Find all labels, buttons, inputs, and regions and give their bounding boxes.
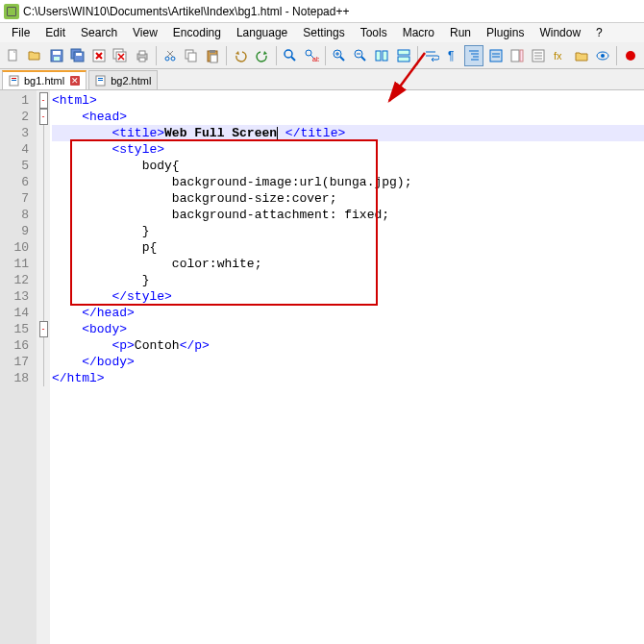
user-lang-button[interactable] xyxy=(485,45,505,66)
toolbar-separator xyxy=(616,46,617,65)
open-file-button[interactable] xyxy=(25,45,44,66)
file-icon xyxy=(95,75,107,87)
doc-map-button[interactable] xyxy=(508,45,527,66)
svg-rect-6 xyxy=(76,53,82,56)
menu-macro[interactable]: Macro xyxy=(395,24,442,41)
find-button[interactable] xyxy=(281,45,300,66)
replace-button[interactable]: ab xyxy=(302,45,321,66)
svg-rect-27 xyxy=(398,50,409,55)
tab-close-icon[interactable]: ✕ xyxy=(70,76,80,86)
svg-rect-12 xyxy=(139,58,145,62)
sync-vscroll-button[interactable] xyxy=(372,45,391,66)
close-file-button[interactable] xyxy=(89,45,109,66)
fold-toggle-icon[interactable]: - xyxy=(39,92,48,109)
menu-file[interactable]: File xyxy=(4,24,37,41)
svg-rect-31 xyxy=(511,50,519,62)
redo-button[interactable] xyxy=(252,45,271,66)
function-list-button[interactable]: fx xyxy=(550,45,569,66)
fold-toggle-icon[interactable]: - xyxy=(39,321,48,337)
save-button[interactable] xyxy=(46,45,65,66)
folder-workspace-button[interactable] xyxy=(571,45,590,66)
svg-rect-11 xyxy=(139,51,145,55)
svg-rect-25 xyxy=(376,51,381,61)
menu-settings[interactable]: Settings xyxy=(295,24,352,41)
menu-encoding[interactable]: Encoding xyxy=(165,24,229,41)
indent-guide-button[interactable] xyxy=(464,45,483,66)
svg-rect-2 xyxy=(53,51,61,55)
svg-text:¶: ¶ xyxy=(448,49,454,62)
svg-point-20 xyxy=(285,50,292,58)
svg-point-13 xyxy=(165,57,169,61)
titlebar: C:\Users\WIN10\Documents\Artikel\Index\b… xyxy=(0,0,644,23)
tabbar: bg1.html ✕ bg2.html xyxy=(0,69,644,90)
svg-rect-19 xyxy=(211,55,217,62)
cut-button[interactable] xyxy=(161,45,180,66)
print-button[interactable] xyxy=(132,45,151,66)
svg-rect-18 xyxy=(210,50,215,53)
svg-rect-26 xyxy=(383,51,387,61)
svg-point-37 xyxy=(626,51,635,61)
close-all-button[interactable] xyxy=(111,45,130,66)
show-all-chars-button[interactable]: ¶ xyxy=(443,45,462,66)
zoom-out-button[interactable] xyxy=(351,45,370,66)
copy-button[interactable] xyxy=(182,45,201,66)
menu-search[interactable]: Search xyxy=(73,24,125,41)
code-area[interactable]: <html> <head> <title>Web Full Screen </t… xyxy=(50,90,644,644)
menu-edit[interactable]: Edit xyxy=(37,24,73,41)
monitoring-button[interactable] xyxy=(593,45,612,66)
paste-button[interactable] xyxy=(203,45,222,66)
zoom-in-button[interactable] xyxy=(330,45,349,66)
menu-help[interactable]: ? xyxy=(588,24,610,41)
svg-rect-32 xyxy=(520,50,523,62)
fold-gutter: - - - xyxy=(37,90,50,644)
sync-hscroll-button[interactable] xyxy=(394,45,413,66)
menu-tools[interactable]: Tools xyxy=(353,24,395,41)
doc-list-button[interactable] xyxy=(529,45,548,66)
svg-rect-3 xyxy=(54,57,60,61)
svg-point-14 xyxy=(171,57,175,61)
menu-plugins[interactable]: Plugins xyxy=(479,24,532,41)
menu-view[interactable]: View xyxy=(125,24,165,41)
line-number-gutter: 123456789101112131415161718 xyxy=(0,90,37,644)
toolbar-separator xyxy=(417,46,418,65)
editor[interactable]: 123456789101112131415161718 - - - <html> xyxy=(0,90,644,644)
file-icon xyxy=(9,75,20,87)
svg-rect-43 xyxy=(98,80,103,81)
svg-rect-16 xyxy=(188,53,196,62)
tab-bg2[interactable]: bg2.html xyxy=(88,70,158,89)
toolbar-separator xyxy=(226,46,227,65)
svg-rect-30 xyxy=(490,50,502,62)
window-title: C:\Users\WIN10\Documents\Artikel\Index\b… xyxy=(23,5,349,18)
tab-label: bg1.html xyxy=(24,75,64,87)
wordwrap-button[interactable] xyxy=(422,45,441,66)
toolbar-separator xyxy=(325,46,326,65)
menu-window[interactable]: Window xyxy=(532,24,588,41)
undo-button[interactable] xyxy=(231,45,250,66)
menu-language[interactable]: Language xyxy=(229,24,295,41)
toolbar-separator xyxy=(276,46,277,65)
svg-text:fx: fx xyxy=(554,50,562,62)
svg-point-36 xyxy=(601,54,605,58)
app-icon xyxy=(4,4,19,19)
svg-rect-28 xyxy=(398,57,409,62)
svg-rect-42 xyxy=(98,78,103,79)
svg-rect-40 xyxy=(12,80,16,81)
menu-run[interactable]: Run xyxy=(442,24,479,41)
toolbar-separator xyxy=(156,46,157,65)
svg-rect-39 xyxy=(12,78,16,79)
tab-label: bg2.html xyxy=(111,75,151,87)
tab-bg1[interactable]: bg1.html ✕ xyxy=(2,70,87,89)
new-file-button[interactable] xyxy=(4,45,23,66)
record-macro-button[interactable] xyxy=(621,45,640,66)
fold-toggle-icon[interactable]: - xyxy=(39,109,48,125)
svg-rect-0 xyxy=(9,50,16,61)
save-all-button[interactable] xyxy=(68,45,87,66)
toolbar: ab ¶ fx xyxy=(0,42,644,69)
menubar: File Edit Search View Encoding Language … xyxy=(0,23,644,42)
svg-text:ab: ab xyxy=(312,56,319,62)
